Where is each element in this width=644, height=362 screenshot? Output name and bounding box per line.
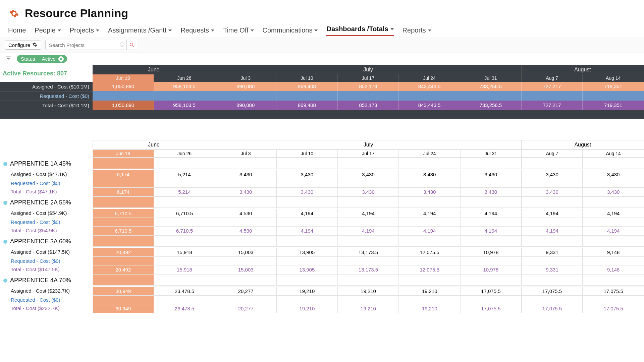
summary-cell bbox=[93, 91, 154, 101]
detail-week-header[interactable]: Aug 14 bbox=[583, 149, 644, 158]
detail-cell: 17,075.5 bbox=[522, 304, 583, 313]
detail-cell: 4,194 bbox=[522, 226, 583, 235]
group-pad-cell bbox=[215, 235, 276, 247]
detail-cell: 20,492 bbox=[93, 265, 154, 274]
detail-cell: 6,710.5 bbox=[154, 209, 215, 218]
search-icon bbox=[129, 43, 134, 47]
group-title[interactable]: APPRENTICE 1A 45% bbox=[0, 158, 93, 170]
summary-cell: 869,408 bbox=[276, 82, 338, 91]
detail-cell bbox=[399, 218, 460, 226]
week-header[interactable]: Jul 17 bbox=[338, 74, 399, 82]
chip-remove-icon[interactable]: ✕ bbox=[58, 56, 64, 62]
nav-reports[interactable]: Reports bbox=[402, 26, 431, 34]
caret-icon bbox=[390, 28, 394, 30]
week-header[interactable]: Aug 14 bbox=[583, 74, 644, 82]
summary-cell bbox=[215, 91, 276, 101]
week-header[interactable]: Jul 10 bbox=[276, 74, 338, 82]
week-header[interactable]: Jul 31 bbox=[460, 74, 522, 82]
detail-cell: 19,210 bbox=[338, 304, 399, 313]
summary-cell: 958,103.5 bbox=[154, 82, 215, 91]
detail-cell: 9,148 bbox=[583, 248, 644, 257]
nav-projects[interactable]: Projects bbox=[70, 26, 99, 34]
detail-week-header[interactable]: Jun 19 bbox=[93, 149, 154, 158]
summary-cell bbox=[522, 91, 583, 101]
detail-cell: 3,430 bbox=[276, 170, 338, 179]
nav-people[interactable]: People bbox=[35, 26, 61, 34]
group-pad-cell bbox=[338, 274, 399, 286]
detail-week-header[interactable]: Jun 26 bbox=[154, 149, 215, 158]
detail-cell: 19,210 bbox=[338, 287, 399, 296]
group-pad-cell bbox=[154, 235, 215, 247]
detail-week-header[interactable]: Jul 10 bbox=[276, 149, 338, 158]
nav-requests[interactable]: Requests bbox=[180, 26, 214, 34]
group-title[interactable]: APPRENTICE 4A 70% bbox=[0, 274, 93, 287]
summary-cell: 843,443.5 bbox=[399, 101, 460, 110]
search-button[interactable] bbox=[126, 40, 137, 50]
nav-assignments-gantt[interactable]: Assignments /Gantt bbox=[108, 26, 172, 34]
week-header[interactable]: Jul 24 bbox=[399, 74, 460, 82]
detail-row-label: Total - Cost ($147.5K) bbox=[0, 265, 93, 274]
group-title[interactable]: APPRENTICE 3A 60% bbox=[0, 235, 93, 248]
group-pad-cell bbox=[154, 196, 215, 208]
svg-point-0 bbox=[130, 43, 133, 46]
filter-row: Status Active ✕ bbox=[0, 53, 644, 65]
month-header: June bbox=[93, 65, 215, 74]
search-input[interactable] bbox=[46, 41, 118, 49]
detail-week-header[interactable]: Jul 24 bbox=[399, 149, 460, 158]
nav-communications[interactable]: Communications bbox=[263, 26, 318, 34]
detail-cell: 4,194 bbox=[399, 209, 460, 218]
detail-cell: 19,210 bbox=[276, 287, 338, 296]
detail-row-label: Assigned - Cost ($147.5K) bbox=[0, 248, 93, 257]
group-pad-cell bbox=[583, 158, 644, 169]
detail-week-header[interactable]: Jul 3 bbox=[215, 149, 276, 158]
detail-week-header[interactable]: Jul 31 bbox=[460, 149, 522, 158]
caret-icon bbox=[168, 29, 172, 32]
detail-cell: 4,194 bbox=[583, 226, 644, 235]
group-pad-cell bbox=[338, 235, 399, 247]
nav-time-off[interactable]: Time Off bbox=[223, 26, 254, 34]
detail-cell: 3,430 bbox=[338, 170, 399, 179]
chip-value: Active bbox=[42, 56, 56, 62]
summary-cell: 1,050,890 bbox=[93, 82, 154, 91]
status-filter-chip[interactable]: Status Active ✕ bbox=[17, 55, 67, 63]
group-pad-cell bbox=[93, 274, 154, 286]
detail-cell bbox=[583, 218, 644, 226]
detail-cell bbox=[215, 296, 276, 304]
detail-cell: 3,430 bbox=[399, 187, 460, 196]
week-header[interactable]: Aug 7 bbox=[522, 74, 583, 82]
configure-button[interactable]: Configure bbox=[5, 41, 41, 50]
detail-cell: 17,075.5 bbox=[460, 287, 522, 296]
detail-cell bbox=[154, 296, 215, 304]
group-pad-cell bbox=[154, 274, 215, 286]
active-resources-label: Active Resources: 807 bbox=[0, 65, 93, 82]
configure-label: Configure bbox=[8, 42, 30, 48]
detail-week-header[interactable]: Jul 17 bbox=[338, 149, 399, 158]
nav-label: Projects bbox=[70, 26, 94, 34]
nav-label: Communications bbox=[263, 26, 313, 34]
status-dot-icon bbox=[3, 240, 7, 244]
detail-row-label: Assigned - Cost ($232.7K) bbox=[0, 287, 93, 296]
week-header[interactable]: Jun 26 bbox=[154, 74, 215, 82]
nav-home[interactable]: Home bbox=[8, 26, 26, 34]
detail-cell: 6,710.5 bbox=[93, 209, 154, 218]
week-header[interactable]: Jun 19 bbox=[93, 74, 154, 82]
detail-cell: 19,210 bbox=[276, 304, 338, 313]
group-pad-cell bbox=[522, 274, 583, 286]
detail-week-header[interactable]: Aug 7 bbox=[522, 149, 583, 158]
caret-icon bbox=[211, 29, 214, 32]
week-header[interactable]: Jul 3 bbox=[215, 74, 276, 82]
nav-dashboards-totals[interactable]: Dashboards /Totals bbox=[326, 25, 393, 36]
detail-cell: 12,075.5 bbox=[399, 265, 460, 274]
detail-cell: 4,194 bbox=[338, 226, 399, 235]
filter-icon[interactable] bbox=[5, 55, 12, 63]
info-icon[interactable]: ⓘ bbox=[118, 42, 126, 48]
detail-cell: 15,918 bbox=[154, 248, 215, 257]
detail-cell bbox=[93, 218, 154, 226]
chip-label: Status bbox=[21, 56, 35, 62]
detail-cell: 13,905 bbox=[276, 248, 338, 257]
detail-cell: 3,430 bbox=[522, 170, 583, 179]
detail-cell: 15,918 bbox=[154, 265, 215, 274]
group-pad-cell bbox=[215, 274, 276, 286]
group-title[interactable]: APPRENTICE 2A 55% bbox=[0, 196, 93, 209]
summary-cell: 869,408 bbox=[276, 101, 338, 110]
